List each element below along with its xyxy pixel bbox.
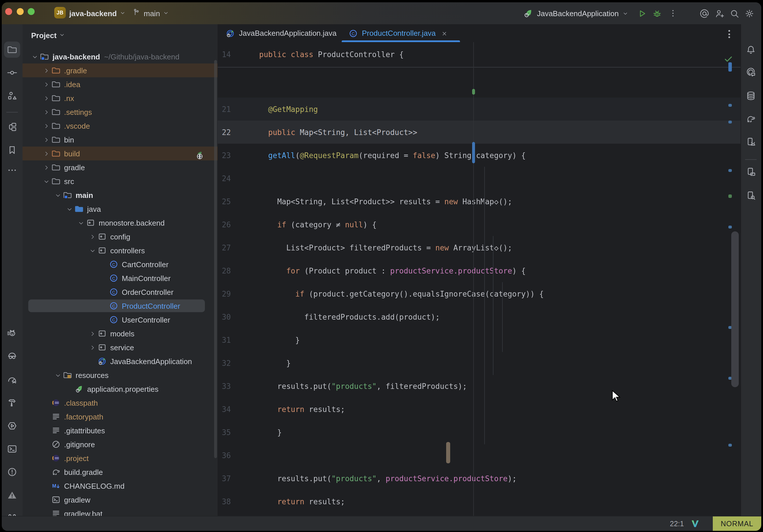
tool-problems-button[interactable] xyxy=(4,464,20,480)
chevron-collapsed-icon[interactable] xyxy=(88,330,96,338)
editor-options-icon[interactable] xyxy=(728,30,730,38)
tree-item-application.properties[interactable]: application.properties xyxy=(23,382,218,396)
line-number[interactable]: 29 xyxy=(218,289,258,298)
search-icon[interactable] xyxy=(727,6,742,21)
project-tree-scrollbar[interactable] xyxy=(214,60,217,458)
chevron-expanded-icon[interactable] xyxy=(42,177,50,185)
tree-item-maincontroller[interactable]: CMainController xyxy=(23,271,218,285)
code-line-34[interactable]: 34 return results; xyxy=(218,397,741,421)
code-line-35[interactable]: 35 } xyxy=(218,421,741,444)
tree-item-.gitattributes[interactable]: .gitattributes xyxy=(23,424,218,437)
code-line-28[interactable]: 28 for (Product product : productService… xyxy=(218,259,741,282)
line-number[interactable]: 26 xyxy=(218,220,258,229)
tree-item-.nx[interactable]: .nx xyxy=(23,91,218,105)
chevron-collapsed-icon[interactable] xyxy=(42,66,50,74)
tree-item-main[interactable]: main xyxy=(23,188,218,202)
tree-item-.idea[interactable]: .idea xyxy=(23,77,218,91)
code-line-27[interactable]: 27 List<Product> filteredProducts = new … xyxy=(218,236,741,259)
chevron-collapsed-icon[interactable] xyxy=(42,150,50,158)
code-line-36[interactable]: 36 xyxy=(218,444,741,467)
tree-item-resources[interactable]: resources xyxy=(23,368,218,382)
caret-position-widget[interactable]: 22:1 xyxy=(670,516,684,531)
tree-item-build[interactable]: build xyxy=(23,147,218,160)
editor-scrollbar[interactable] xyxy=(731,231,739,387)
zoom-window-button[interactable] xyxy=(28,8,35,15)
tool-terminal-button[interactable] xyxy=(4,441,20,457)
tool-build-tree-button[interactable] xyxy=(4,119,20,135)
running-devices-button[interactable] xyxy=(743,134,759,150)
code-line-25[interactable]: 25 Map<String, List<Product>> results = … xyxy=(218,190,741,213)
tree-item-controllers[interactable]: controllers xyxy=(23,244,218,257)
line-number[interactable]: 28 xyxy=(218,266,258,275)
chevron-expanded-icon[interactable] xyxy=(88,246,96,255)
code-line-33[interactable]: 33 results.put("products", filteredProdu… xyxy=(218,374,741,397)
tree-item-bin[interactable]: bin xyxy=(23,133,218,147)
ideavim-icon[interactable] xyxy=(690,519,700,531)
code-line-38[interactable]: 38 return results; xyxy=(218,490,741,513)
device-manager-button[interactable] xyxy=(743,164,759,180)
tool-more-button[interactable] xyxy=(4,162,20,178)
code-line-24[interactable]: 24 xyxy=(218,167,741,190)
tree-item-java-backend[interactable]: java-backend~/Github/java-backend xyxy=(23,50,218,63)
code-line-37[interactable]: 37 results.put("products", productServic… xyxy=(218,467,741,490)
line-number[interactable]: 30 xyxy=(218,312,258,321)
tool-profiler-button[interactable] xyxy=(4,372,20,388)
chevron-collapsed-icon[interactable] xyxy=(42,163,50,171)
chevron-collapsed-icon[interactable] xyxy=(42,122,50,130)
line-number[interactable]: 23 xyxy=(218,151,258,160)
ai-assistant-button[interactable] xyxy=(743,64,759,81)
code-line-30[interactable]: 30 filteredProducts.add(product); xyxy=(218,305,741,328)
tree-item-.settings[interactable]: .settings xyxy=(23,105,218,119)
line-number[interactable]: 33 xyxy=(218,382,258,390)
chevron-expanded-icon[interactable] xyxy=(54,191,62,199)
ai-assistant-icon[interactable] xyxy=(697,6,711,21)
tool-bookmarks-button[interactable] xyxy=(4,142,20,158)
chevron-collapsed-icon[interactable] xyxy=(42,80,50,88)
tree-item-.classpath[interactable]: .classpath xyxy=(23,396,218,410)
chevron-collapsed-icon[interactable] xyxy=(88,233,96,241)
tool-project-button[interactable] xyxy=(4,42,20,58)
tree-item-service[interactable]: service xyxy=(23,341,218,354)
line-number[interactable]: 36 xyxy=(218,451,258,460)
tree-item-.vscode[interactable]: .vscode xyxy=(23,119,218,133)
chevron-collapsed-icon[interactable] xyxy=(88,343,96,351)
code-line-31[interactable]: 31 } xyxy=(218,328,741,351)
gradle-button[interactable] xyxy=(743,111,759,127)
chevron-collapsed-icon[interactable] xyxy=(42,136,50,144)
tree-item-config[interactable]: config xyxy=(23,230,218,244)
tree-item-ordercontroller[interactable]: COrderController xyxy=(23,285,218,299)
code-line-22[interactable]: 22 public Map<String, List<Product>> xyxy=(218,121,741,144)
project-switcher[interactable]: java-backend xyxy=(69,2,126,24)
tool-warnings-button[interactable] xyxy=(4,487,20,503)
sticky-line[interactable]: 14 public class ProductController { xyxy=(218,42,741,67)
more-options-icon[interactable] xyxy=(665,6,681,21)
database-button[interactable] xyxy=(743,88,759,104)
tree-item-src[interactable]: src xyxy=(23,174,218,188)
tree-item-usercontroller[interactable]: CUserController xyxy=(23,313,218,327)
chevron-collapsed-icon[interactable] xyxy=(42,108,50,116)
close-tab-icon[interactable]: × xyxy=(442,29,447,38)
tree-item-javabackendapplication[interactable]: JavaBackendApplication xyxy=(23,354,218,368)
tool-commit-button[interactable] xyxy=(4,64,20,81)
line-number[interactable]: 37 xyxy=(218,474,258,483)
chevron-expanded-icon[interactable] xyxy=(31,53,39,60)
close-window-button[interactable] xyxy=(5,8,12,15)
code-line-26[interactable]: 26 if (category ≠ null) { xyxy=(218,213,741,236)
code-line-23[interactable]: 23 getAll(@RequestParam(required = false… xyxy=(218,144,741,167)
run-button[interactable] xyxy=(634,6,649,21)
tool-github-copilot-button[interactable] xyxy=(4,348,20,364)
vim-mode-badge[interactable]: NORMAL xyxy=(713,516,761,531)
tree-item-build.gradle[interactable]: build.gradle xyxy=(23,465,218,479)
tree-item-java[interactable]: java xyxy=(23,202,218,216)
tree-item-productcontroller[interactable]: CProductController xyxy=(23,299,218,313)
add-user-icon[interactable] xyxy=(711,6,727,21)
line-number[interactable]: 24 xyxy=(218,174,258,183)
line-number[interactable]: 31 xyxy=(218,336,258,344)
code-line-21[interactable]: 21 @GetMapping xyxy=(218,97,741,121)
rest-endpoint-icon[interactable] xyxy=(194,150,204,160)
line-number[interactable]: 14 xyxy=(218,50,258,59)
tree-item-monostore.backend[interactable]: monostore.backend xyxy=(23,216,218,230)
line-number[interactable]: 34 xyxy=(218,405,258,413)
run-configuration-selector[interactable]: JavaBackendApplication xyxy=(523,8,628,19)
tree-item-changelog.md[interactable]: MCHANGELOG.md xyxy=(23,479,218,493)
